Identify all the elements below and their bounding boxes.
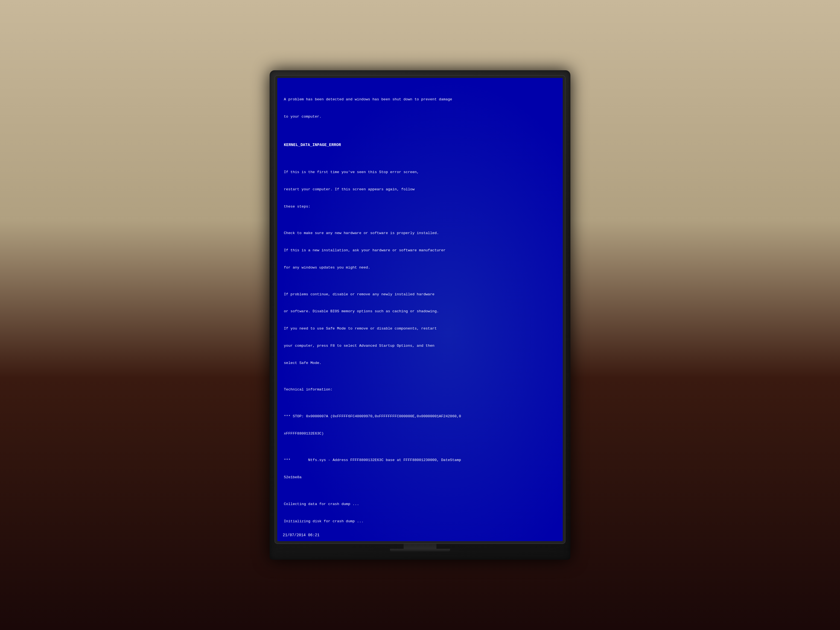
bsod-error-code: KERNEL_DATA_INPAGE_ERROR	[284, 142, 556, 148]
bsod-para3-line5: select Safe Mode.	[284, 360, 556, 366]
bsod-para1-line1: If this is the first time you've seen th…	[284, 169, 556, 175]
monitor-bezel: A problem has been detected and windows …	[275, 75, 565, 544]
bsod-line2: to your computer.	[284, 114, 556, 120]
bsod-para3-line4: your computer, press F8 to select Advanc…	[284, 343, 556, 349]
bsod-ntfs-line1: *** Ntfs.sys - Address FFFF8800132E63C b…	[284, 458, 556, 463]
bsod-content: A problem has been detected and windows …	[284, 85, 556, 536]
bsod-collect-line1: Collecting data for crash dump ...	[284, 502, 556, 507]
bsod-stop-line2: xFFFFF8800132E63C)	[284, 431, 556, 437]
bsod-para3-line2: or software. Disable BIOS memory options…	[284, 309, 556, 314]
bsod-tech-header: Technical information:	[284, 387, 556, 393]
screen: A problem has been detected and windows …	[277, 78, 563, 542]
bsod-ntfs-line2: 52e1be8a	[284, 475, 556, 480]
monitor-stand-neck	[404, 544, 436, 549]
bsod-para2-line1: Check to make sure any new hardware or s…	[284, 231, 556, 236]
monitor-outer: A problem has been detected and windows …	[270, 70, 570, 560]
bsod-timestamp: 21/07/2014 06:21	[283, 533, 319, 537]
bsod-line1: A problem has been detected and windows …	[284, 97, 556, 103]
bsod-para2-line3: for any windows updates you might need.	[284, 265, 556, 271]
monitor-stand-base	[390, 549, 450, 551]
bsod-para1-line3: these steps:	[284, 204, 556, 210]
bsod-collect-line2: Initializing disk for crash dump ...	[284, 519, 556, 524]
bsod-stop-line1: *** STOP: 0x0000007A (0xFFFFF6FC40009970…	[284, 414, 556, 420]
bsod-para1-line2: restart your computer. If this screen ap…	[284, 187, 556, 193]
bsod-para3-line1: If problems continue, disable or remove …	[284, 292, 556, 297]
bsod-para2-line2: If this is a new installation, ask your …	[284, 248, 556, 253]
bsod-para3-line3: If you need to use Safe Mode to remove o…	[284, 326, 556, 332]
